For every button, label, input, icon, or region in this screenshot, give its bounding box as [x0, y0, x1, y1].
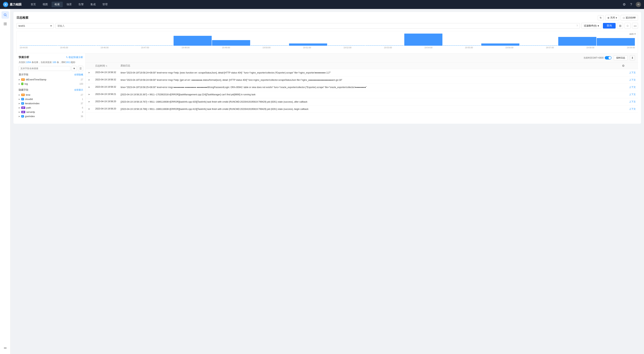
- qa-doc-icon[interactable]: ☰: [78, 66, 83, 71]
- help-nav-icon[interactable]: ?: [630, 2, 633, 7]
- star-button[interactable]: ☆: [624, 23, 630, 29]
- row-content-cell: time="2023-04-19T19:58:24+08:00" level=e…: [118, 76, 627, 84]
- hidden-fields-list: ▶ ⏱ time 27 ▶ # cloudId 1 ▶ # iterationI…: [19, 93, 83, 118]
- row-content-cell: time="2023-04-19T19:58:25+08:00" level=e…: [118, 84, 627, 91]
- field-item-path[interactable]: ▶ str path 6: [19, 106, 83, 110]
- chart-bar-2: [96, 45, 135, 46]
- close-label: 关闭: [610, 16, 615, 19]
- qa-filter-icon[interactable]: ▼: [72, 66, 77, 71]
- close-button[interactable]: ⊗ 关闭 ▾: [605, 15, 619, 20]
- realtime-button[interactable]: 实时日志: [614, 55, 628, 60]
- log-search-panel: 日志检索 ↻ ⊗ 关闭 ▾ □ 近15分钟 test01 ▾: [14, 12, 641, 124]
- qa-search-input[interactable]: [19, 66, 70, 71]
- qa-title: 快速分析: [19, 56, 29, 59]
- chart-timestamp-10: 19:54:00: [424, 46, 432, 49]
- nav-integrate[interactable]: 集成: [88, 2, 99, 7]
- row-expand-icon[interactable]: ▶: [88, 78, 91, 81]
- close-chevron-icon: ▾: [616, 16, 617, 19]
- field-item-gseIndex[interactable]: ▶ # gseIndex 36: [19, 114, 83, 118]
- datasource-select[interactable]: test01 ▾: [16, 23, 54, 28]
- bookmark-button[interactable]: ⊞: [617, 23, 623, 29]
- timezone-toggle[interactable]: [605, 56, 612, 59]
- sidebar-menu-icon[interactable]: [2, 344, 9, 352]
- hide-all-button[interactable]: 全部隐藏: [74, 73, 83, 76]
- row-expand-icon[interactable]: ▶: [88, 71, 91, 74]
- row-expand-icon[interactable]: ▶: [88, 93, 91, 96]
- field-count-label: 37: [81, 102, 83, 105]
- field-name-label: gseIndex: [25, 115, 80, 118]
- search-help-icon[interactable]: ?: [576, 24, 578, 27]
- row-time-cell: 2023-04-19 19:58:32: [93, 76, 118, 84]
- context-link[interactable]: 上下文: [629, 71, 636, 74]
- row-time-cell: 2023-04-19 19:58:20: [93, 98, 118, 106]
- show-all-button[interactable]: 全部显示: [74, 88, 83, 92]
- nav-home[interactable]: 首页: [28, 2, 39, 7]
- field-type-badge: str: [21, 111, 25, 113]
- context-link[interactable]: 上下文: [629, 108, 636, 110]
- chart-bars: [20, 33, 635, 46]
- nav-manage[interactable]: 管理: [100, 2, 110, 7]
- time-range-button[interactable]: □ 近15分钟: [621, 15, 638, 20]
- row-expand-cell[interactable]: ▶: [86, 91, 93, 98]
- results-right: 当前时区GMT+0800 实时日志 ⬇: [584, 55, 635, 60]
- nav-scene[interactable]: 场景: [64, 2, 75, 7]
- table-row: ▶ 2023-04-19 19:58:20 [2023-04-19 19:58:…: [86, 98, 638, 106]
- row-expand-cell[interactable]: ▶: [86, 76, 93, 84]
- field-expand-icon: ▶: [19, 94, 20, 96]
- context-link[interactable]: 上下文: [629, 86, 636, 88]
- field-item-dtEventTimeStamp[interactable]: ▶ ⏱ dtEventTimeStamp 27: [19, 77, 83, 82]
- table-row: ▶ 2023-04-19 19:58:32 time="2023-04-19T1…: [86, 84, 638, 91]
- nav-alert[interactable]: 告警: [76, 2, 87, 7]
- display-fields-title: 显示字段: [19, 73, 28, 76]
- field-expand-icon: ▶: [19, 111, 20, 113]
- field-item-serverlp[interactable]: ▶ str serverlp 4: [19, 110, 83, 114]
- row-expand-icon[interactable]: ▶: [88, 107, 91, 111]
- nav-view[interactable]: 视图: [40, 2, 51, 7]
- filter-button[interactable]: 过滤条件(0) ▾: [582, 23, 602, 29]
- svg-line-3: [6, 15, 6, 16]
- search-input[interactable]: [57, 23, 576, 28]
- search-input-wrap: ?: [55, 23, 580, 28]
- chart-timestamp-13: 19:57:00: [546, 46, 554, 49]
- results-header: 当前时区GMT+0800 实时日志 ⬇: [86, 53, 638, 62]
- header-controls: ↻ ⊗ 关闭 ▾ □ 近15分钟: [598, 15, 638, 20]
- row-expand-icon[interactable]: ▶: [88, 85, 91, 89]
- row-expand-cell[interactable]: ▶: [86, 69, 93, 76]
- field-name-label: serverlp: [26, 111, 81, 113]
- settings-nav-icon[interactable]: ⚙: [622, 2, 626, 7]
- logo[interactable]: 嘉力鲲眼: [3, 2, 22, 7]
- panel-header: 日志检索 ↻ ⊗ 关闭 ▾ □ 近15分钟: [16, 15, 638, 20]
- context-link[interactable]: 上下文: [629, 93, 636, 96]
- field-item-cloudId[interactable]: ▶ # cloudId 1: [19, 97, 83, 101]
- row-expand-cell[interactable]: ▶: [86, 98, 93, 106]
- field-item-log[interactable]: ▶ t log 100: [19, 82, 83, 86]
- user-avatar[interactable]: Ai: [636, 2, 641, 7]
- chart-timestamp-4: 19:48:00: [182, 46, 190, 49]
- field-item-iterationIndex[interactable]: ▶ # iterationIndex 37: [19, 101, 83, 106]
- table-settings-icon[interactable]: ⚙: [622, 64, 624, 67]
- field-name-label: cloudId: [25, 98, 81, 101]
- query-button[interactable]: 查询: [603, 23, 616, 28]
- col-time-header[interactable]: 日志时间 ⇅: [93, 62, 118, 69]
- row-expand-cell[interactable]: ▶: [86, 84, 93, 91]
- row-expand-cell[interactable]: ▶: [86, 106, 93, 113]
- nav-right: ⚙ ? Ai: [622, 2, 641, 7]
- sidebar-grid-icon[interactable]: [2, 20, 9, 28]
- nav-search[interactable]: 检索: [52, 2, 63, 7]
- hidden-fields-header: 隐藏字段 全部显示: [19, 88, 83, 92]
- download-button[interactable]: ⬇: [630, 55, 635, 60]
- filter-label: 过滤条件(0): [584, 24, 596, 27]
- qa-collapse-button[interactable]: ↰ 收起快速分析: [66, 56, 83, 59]
- row-expand-icon[interactable]: ▶: [88, 100, 91, 103]
- context-link[interactable]: 上下文: [629, 79, 636, 81]
- layout-button[interactable]: ▭: [632, 23, 638, 29]
- sidebar-search-icon[interactable]: [2, 11, 9, 19]
- row-content-cell: [2023-04-19 19:58:19.767] < 9911--168611…: [118, 98, 627, 106]
- svg-point-1: [5, 4, 6, 5]
- field-item-time[interactable]: ▶ ⏱ time 27: [19, 93, 83, 97]
- chart-timestamp-1: 19:45:00: [60, 46, 68, 49]
- chart-auto-select[interactable]: auto ▾: [630, 33, 636, 35]
- refresh-button[interactable]: ↻: [598, 15, 604, 20]
- chart-bar-4: [174, 36, 212, 46]
- context-link[interactable]: 上下文: [629, 100, 636, 103]
